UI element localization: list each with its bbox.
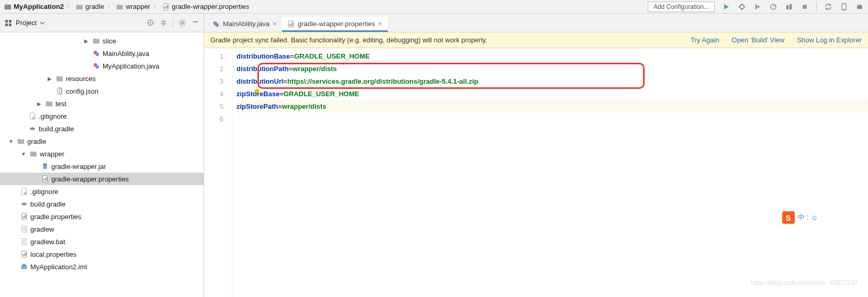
tree-file-buildgradle[interactable]: build.gradle (0, 122, 204, 135)
tree-label: gradle.properties (30, 213, 82, 221)
show-log-link[interactable]: Show Log in Explorer (797, 36, 862, 44)
tree-file-gradlewbat[interactable]: gradlew.bat (0, 235, 204, 248)
svg-rect-86 (256, 94, 258, 95)
tree-file-gitignore[interactable]: .gitignore (0, 110, 204, 122)
prop-key: zipStorePath (236, 102, 278, 110)
svg-rect-17 (790, 4, 792, 9)
svg-rect-77 (21, 265, 27, 269)
open-build-link[interactable]: Open 'Build' View (732, 36, 785, 44)
tree-label: MyApplication2.iml (30, 263, 87, 271)
sidebar-title-label: Project (16, 19, 37, 27)
tree-label: gradle-wrapper.properties (51, 175, 129, 183)
chevron-down-icon (40, 20, 45, 26)
intention-bulb-icon[interactable] (253, 88, 261, 96)
breadcrumb-label: gradle-wrapper.properties (172, 3, 249, 10)
svg-rect-22 (858, 5, 861, 6)
svg-point-38 (95, 52, 99, 56)
svg-rect-42 (57, 76, 59, 78)
ime-indicator[interactable]: S 中 ⁚ ☺ (782, 211, 818, 224)
tree-label: test (55, 100, 66, 108)
svg-point-33 (181, 21, 184, 24)
code-body[interactable]: distributionBase=GRADLE_USER_HOME distri… (232, 48, 868, 297)
line-number: 2 (206, 63, 223, 75)
gear-icon[interactable] (178, 19, 186, 27)
breadcrumb: MyApplication2 〉 gradle 〉 wrapper 〉 grad… (4, 3, 249, 10)
tab-mainability[interactable]: MainAbility.java × (207, 17, 282, 32)
project-tree[interactable]: ▶slice MainAbility.java MyApplication.ja… (0, 32, 204, 297)
tree-label: .gitignore (30, 188, 58, 196)
hide-icon[interactable] (191, 19, 199, 27)
close-icon[interactable]: × (273, 20, 277, 28)
svg-rect-34 (193, 21, 198, 22)
svg-point-10 (740, 5, 744, 9)
svg-rect-24 (9, 20, 12, 22)
tree-folder-slice[interactable]: ▶slice (0, 35, 204, 47)
svg-rect-23 (5, 20, 8, 22)
svg-point-28 (150, 22, 151, 24)
sidebar-title[interactable]: Project (4, 19, 45, 27)
line-number: 6 (206, 113, 223, 125)
tree-label: build.gradle (39, 125, 74, 133)
stop-icon[interactable] (801, 3, 809, 11)
coverage-icon[interactable] (753, 3, 762, 11)
run-configuration-combo[interactable]: Add Configuration... (648, 2, 715, 12)
sync-icon[interactable] (824, 3, 832, 11)
tree-file-gradlew[interactable]: gradlew (0, 223, 204, 235)
tree-folder-wrapper[interactable]: ▼wrapper (0, 147, 204, 160)
tree-label: gradle-wrapper.jar (51, 163, 106, 170)
select-opened-icon[interactable] (146, 19, 154, 27)
tree-label: slice (103, 37, 116, 45)
tree-file-configjson[interactable]: {}config.json (0, 85, 204, 97)
svg-point-85 (255, 89, 260, 94)
prop-key: distributionBase (236, 52, 290, 60)
tab-label: MainAbility.java (223, 20, 269, 28)
tree-folder-resources[interactable]: ▶resources (0, 72, 204, 85)
svg-point-80 (215, 23, 219, 27)
tree-label: gradlew (30, 225, 54, 233)
tree-file-buildgradle2[interactable]: build.gradle (0, 198, 204, 210)
tree-file-wrapperprops[interactable]: gradle-wrapper.properties (0, 173, 204, 185)
breadcrumb-wrapper[interactable]: wrapper (116, 3, 150, 10)
run-icon[interactable] (722, 3, 730, 11)
tree-label: MainAbility.java (103, 50, 149, 58)
svg-text:{}: {} (58, 87, 62, 94)
line-number: 3 (206, 75, 223, 88)
svg-rect-26 (9, 24, 12, 26)
breadcrumb-file[interactable]: gradle-wrapper.properties (162, 3, 249, 10)
sdk-icon[interactable] (855, 3, 864, 11)
attach-icon[interactable] (785, 3, 793, 11)
collapse-all-icon[interactable] (160, 19, 167, 27)
close-icon[interactable]: × (378, 20, 382, 28)
tree-file-iml[interactable]: MyApplication2.iml (0, 260, 204, 273)
svg-rect-5 (117, 4, 119, 6)
tree-file-mainability[interactable]: MainAbility.java (0, 47, 204, 60)
java-file-icon (212, 20, 220, 28)
tree-folder-test[interactable]: ▶test (0, 97, 204, 110)
breadcrumb-root[interactable]: MyApplication2 (4, 3, 64, 10)
svg-rect-25 (5, 24, 8, 26)
code-editor[interactable]: 1 2 3 4 5 6 distributionBase=GRADLE_USER… (204, 48, 868, 297)
svg-rect-46 (46, 101, 49, 103)
avd-icon[interactable] (840, 3, 848, 11)
tree-file-gradleprops[interactable]: gradle.properties (0, 210, 204, 223)
tree-file-myapplication[interactable]: MyApplication.java (0, 60, 204, 72)
tree-label: config.json (66, 87, 98, 95)
profile-icon[interactable] (769, 3, 777, 11)
tree-folder-gradle[interactable]: ▼gradle (0, 135, 204, 147)
tree-file-wrapperjar[interactable]: gradle-wrapper.jar (0, 160, 204, 173)
debug-icon[interactable] (738, 3, 746, 11)
tree-label: gradlew.bat (30, 238, 65, 246)
breadcrumb-sep: 〉 (67, 3, 73, 10)
tree-file-localprops[interactable]: local.properties (0, 248, 204, 260)
svg-rect-84 (292, 22, 294, 26)
tree-file-gitignore2[interactable]: .gitignore (0, 185, 204, 198)
svg-rect-83 (291, 23, 292, 26)
try-again-link[interactable]: Try Again (691, 36, 719, 44)
svg-rect-82 (289, 24, 290, 26)
tab-wrapperprops[interactable]: gradle-wrapper.properties × (282, 17, 388, 32)
breadcrumb-gradle[interactable]: gradle (76, 3, 104, 10)
prop-val: GRADLE_USER_HOME (294, 52, 369, 60)
svg-rect-3 (76, 4, 79, 6)
line-number: 1 (206, 50, 223, 63)
project-sidebar: Project ▶slice MainAbility.java MyApplic… (0, 14, 204, 297)
